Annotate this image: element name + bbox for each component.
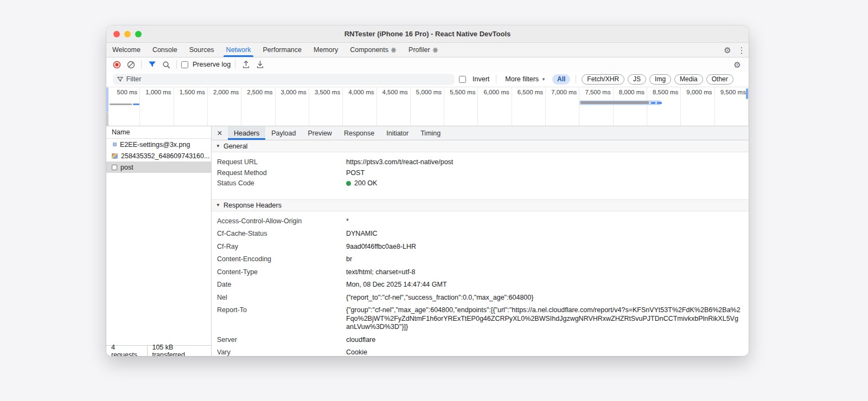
tab-timing[interactable]: Timing <box>414 126 446 140</box>
funnel-icon <box>148 61 156 68</box>
requests-count: 4 requests <box>106 344 147 357</box>
preserve-log-label: Preserve log <box>193 61 231 68</box>
kebab-menu-icon: ⋮ <box>738 46 746 54</box>
image-thumb-icon <box>112 153 118 159</box>
filter-pill-all[interactable]: All <box>552 74 570 85</box>
request-row-258435352[interactable]: 258435352_648609743160... <box>106 150 211 161</box>
header-row: Cf-Ray 9aad0f46ffbc0ae8-LHR <box>212 241 749 254</box>
invert-checkbox[interactable] <box>459 76 466 83</box>
tab-profiler[interactable]: Profiler <box>403 43 444 57</box>
funnel-icon <box>117 76 123 82</box>
react-atom-icon <box>391 47 397 53</box>
timeline-division: 9,000 ms <box>681 87 714 126</box>
header-row: Nel {"report_to":"cf-nel","success_fract… <box>212 292 749 305</box>
timeline-division: 9,500 ms <box>715 87 749 126</box>
timeline-division: 2,000 ms <box>208 87 241 126</box>
gear-icon: ⚙ <box>733 61 741 69</box>
invert-label: Invert <box>473 75 489 83</box>
header-row: Content-Encoding br <box>212 253 749 266</box>
filter-pill-other[interactable]: Other <box>706 74 733 85</box>
overview-left-handle-lower <box>106 112 108 126</box>
disclosure-triangle-icon: ▼ <box>216 203 220 208</box>
requests-panel: Name E2EE-settings@3x.png 258435352_6486… <box>106 126 212 356</box>
timeline-division: 1,000 ms <box>140 87 174 126</box>
devtools-settings-button[interactable]: ⚙ <box>720 43 735 57</box>
header-row: Cf-Cache-Status DYNAMIC <box>212 228 749 241</box>
tab-console[interactable]: Console <box>146 43 183 57</box>
header-row: Date Mon, 08 Dec 2025 14:47:44 GMT <box>212 279 749 292</box>
chevron-down-icon: ▼ <box>541 77 546 82</box>
tab-response[interactable]: Response <box>338 126 380 140</box>
name-column-header[interactable]: Name <box>106 126 211 139</box>
minimize-window-button[interactable] <box>124 31 131 37</box>
request-type-filters: All Fetch/XHR JS Img Media Other <box>552 74 733 85</box>
timeline-division: 3,500 ms <box>309 87 343 126</box>
filter-pill-media[interactable]: Media <box>674 74 703 85</box>
timeline-division: 3,000 ms <box>276 87 309 126</box>
devtools-window: RNTester (iPhone 16 Pro) - React Native … <box>106 25 749 356</box>
general-section-header[interactable]: ▼ General <box>212 140 749 152</box>
tab-payload[interactable]: Payload <box>265 126 302 140</box>
waterfall-bar-post-download <box>651 102 655 104</box>
status-green-dot <box>346 181 351 186</box>
timeline-division: 1,500 ms <box>174 87 208 126</box>
toolbar-divider <box>496 75 496 83</box>
window-title: RNTester (iPhone 16 Pro) - React Native … <box>106 30 749 38</box>
react-atom-icon <box>432 47 438 53</box>
record-stop-icon <box>113 61 121 69</box>
preserve-log-checkbox[interactable] <box>181 61 188 68</box>
network-filter-bar: Invert More filters ▼ All Fetch/XHR JS I… <box>106 72 749 87</box>
request-row-post[interactable]: post <box>106 161 211 173</box>
record-network-log-button[interactable] <box>111 59 123 70</box>
pill-divider <box>576 75 576 83</box>
timeline-division: 6,000 ms <box>478 87 512 126</box>
timeline-division: 8,000 ms <box>614 87 647 126</box>
tab-preview[interactable]: Preview <box>302 126 337 140</box>
tab-sources[interactable]: Sources <box>183 43 220 57</box>
close-details-button[interactable]: × <box>212 126 228 140</box>
close-icon: × <box>217 128 222 138</box>
timeline-division: 5,500 ms <box>444 87 478 126</box>
header-row-status-code: Status Code 200 OK <box>212 178 749 189</box>
zoom-window-button[interactable] <box>135 31 142 37</box>
timeline-division: 7,000 ms <box>546 87 579 126</box>
timeline-division: 5,000 ms <box>411 87 444 126</box>
filter-input-wrap <box>113 74 455 85</box>
header-row: Content-Type text/html; charset=utf-8 <box>212 266 749 279</box>
more-filters-dropdown[interactable]: More filters ▼ <box>503 75 548 83</box>
headers-content: ▼ General Request URL https://ptsv3.com/… <box>212 140 749 356</box>
tab-network[interactable]: Network <box>220 43 257 57</box>
overview-left-handle[interactable] <box>106 87 108 112</box>
request-details-tab-bar: × Headers Payload Preview Response Initi… <box>212 126 749 140</box>
download-icon <box>256 60 264 69</box>
tab-memory[interactable]: Memory <box>308 43 344 57</box>
clear-network-log-button[interactable] <box>125 59 137 70</box>
filter-pill-img[interactable]: Img <box>649 74 671 85</box>
header-row-request-method: Request Method POST <box>212 168 749 179</box>
waterfall-bar-post-wait <box>580 101 649 104</box>
request-row-e2ee-settings[interactable]: E2EE-settings@3x.png <box>106 139 211 150</box>
tab-welcome[interactable]: Welcome <box>106 43 146 57</box>
filter-pill-js[interactable]: JS <box>628 74 646 85</box>
header-row: Report-To {"group":"cf-nel","max_age":60… <box>212 304 749 334</box>
network-search-button[interactable] <box>160 59 172 70</box>
import-har-button[interactable] <box>240 59 252 70</box>
devtools-tab-bar: Welcome Console Sources Network Performa… <box>106 43 749 57</box>
network-settings-button[interactable]: ⚙ <box>730 61 744 69</box>
title-bar: RNTester (iPhone 16 Pro) - React Native … <box>106 25 749 43</box>
network-overview-timeline[interactable]: 500 ms 1,000 ms 1,500 ms 2,000 ms 2,500 … <box>106 87 749 126</box>
waterfall-bar-post-download <box>657 102 662 104</box>
filter-input[interactable] <box>126 75 450 83</box>
upload-icon <box>242 60 250 69</box>
filter-pill-fetch-xhr[interactable]: Fetch/XHR <box>582 74 624 85</box>
tab-components[interactable]: Components <box>344 43 403 57</box>
close-window-button[interactable] <box>113 31 120 37</box>
tab-headers[interactable]: Headers <box>228 126 265 140</box>
export-har-button[interactable] <box>254 59 266 70</box>
overview-scrollbar[interactable] <box>746 88 748 99</box>
tab-performance[interactable]: Performance <box>257 43 308 57</box>
response-headers-section-header[interactable]: ▼ Response Headers <box>212 199 749 211</box>
tab-initiator[interactable]: Initiator <box>380 126 414 140</box>
filter-toggle-button[interactable] <box>146 59 158 70</box>
devtools-menu-button[interactable]: ⋮ <box>735 43 749 57</box>
